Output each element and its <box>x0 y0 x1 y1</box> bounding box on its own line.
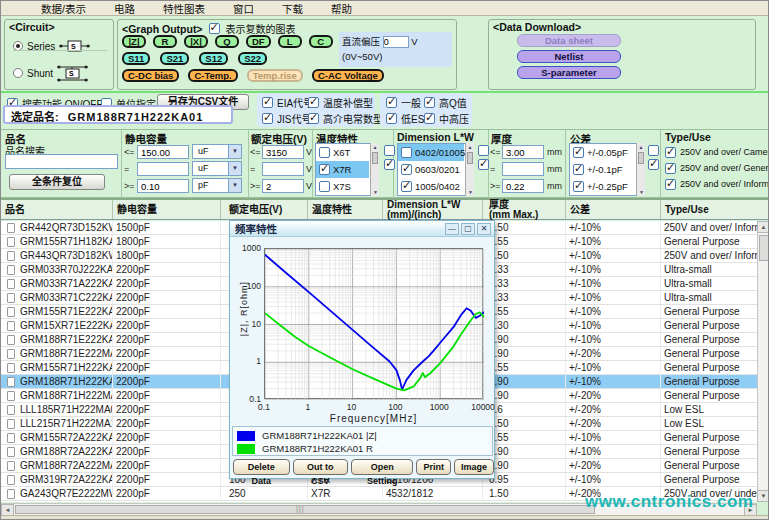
checkbox[interactable] <box>319 164 330 175</box>
graph-param-button[interactable]: |Z| <box>122 35 146 48</box>
select-all-checkbox[interactable] <box>478 159 489 170</box>
chevron-down-icon[interactable]: ▼ <box>228 179 241 192</box>
high-k-checkbox[interactable] <box>308 113 319 124</box>
select-none-checkbox[interactable] <box>478 145 489 156</box>
checkbox[interactable] <box>401 164 412 175</box>
download-button[interactable]: S-parameter <box>517 66 621 79</box>
high-k-item[interactable]: 高介电常数型 <box>308 111 383 126</box>
checkbox[interactable] <box>573 181 584 192</box>
thick-le-input[interactable] <box>502 145 544 159</box>
graph-param-button[interactable]: L <box>278 35 302 48</box>
close-button[interactable]: ✕ <box>477 223 491 235</box>
eia-item[interactable]: EIA代号 <box>262 95 313 110</box>
graph-param-button[interactable]: DF <box>246 35 271 48</box>
cap-eq-unit-select[interactable]: uF▼ <box>192 161 242 176</box>
sparam-button[interactable]: S21 <box>160 52 189 65</box>
graph-param-button[interactable]: Q <box>215 35 239 48</box>
part-name-search-input[interactable] <box>5 154 118 169</box>
graph-param-button[interactable]: R <box>153 35 177 48</box>
select-all-checkbox[interactable] <box>384 159 395 170</box>
column-header[interactable]: 静电容量 <box>113 200 221 219</box>
column-header[interactable]: 温度特性 <box>308 200 383 219</box>
menu-item[interactable]: 帮助 <box>317 1 366 16</box>
jis-checkbox[interactable] <box>262 113 273 124</box>
shunt-radio[interactable] <box>13 68 23 78</box>
show-multiple-graphs-checkbox[interactable] <box>209 23 220 34</box>
select-none-checkbox[interactable] <box>648 145 659 156</box>
tolerance-option[interactable]: +/-0.1pF <box>570 161 635 178</box>
eia-checkbox[interactable] <box>262 97 273 108</box>
type-use-option[interactable]: 250V and over/ Informat <box>665 176 769 192</box>
high-q-item[interactable]: 高Q值 <box>424 95 467 110</box>
high-q-checkbox[interactable] <box>424 97 435 108</box>
scroll-down-icon[interactable]: ▼ <box>757 490 769 502</box>
minimize-button[interactable]: — <box>445 223 459 235</box>
volt-le-input[interactable] <box>262 145 304 159</box>
graph-param-button[interactable]: |X| <box>184 35 208 48</box>
type-use-option[interactable]: 250V and over/ General <box>665 160 769 176</box>
checkbox[interactable] <box>573 147 584 158</box>
low-esl-checkbox[interactable] <box>386 113 397 124</box>
popup-title-bar[interactable]: 频率特性 —▢✕ <box>230 221 494 237</box>
popup-button[interactable]: Open Setting <box>351 459 414 475</box>
select-all-checkbox[interactable] <box>648 159 659 170</box>
sparam-button[interactable]: S11 <box>122 52 150 65</box>
column-header[interactable]: 额定电压(V) <box>221 200 308 219</box>
popup-button[interactable]: Delete Data <box>233 459 290 475</box>
scroll-up-icon[interactable]: ▲ <box>757 221 769 233</box>
checkbox[interactable] <box>401 147 412 158</box>
column-header[interactable]: 公差 <box>566 200 661 219</box>
temp-char-option[interactable]: X7S <box>316 178 369 195</box>
checkbox[interactable] <box>573 164 584 175</box>
table-vertical-scrollbar[interactable]: ▲ ▼ <box>757 221 769 502</box>
cap-le-unit-select[interactable]: uF▼ <box>192 144 242 159</box>
menu-item[interactable]: 数据/表示 <box>27 1 100 16</box>
select-none-checkbox[interactable] <box>384 145 395 156</box>
checkbox[interactable] <box>665 163 676 174</box>
checkbox[interactable] <box>665 179 676 190</box>
menu-item[interactable]: 电路 <box>100 1 149 16</box>
menu-item[interactable]: 窗口 <box>219 1 268 16</box>
checkbox[interactable] <box>319 147 330 158</box>
cap-eq-input[interactable] <box>137 162 189 176</box>
volt-ge-input[interactable] <box>262 179 304 193</box>
temp-comp-item[interactable]: 温度补偿型 <box>308 95 373 110</box>
column-header[interactable]: Dimension L*W (mm)/(inch) <box>383 200 483 219</box>
menu-item[interactable]: 特性图表 <box>149 1 219 16</box>
condition-button[interactable]: C-DC bias <box>122 69 179 82</box>
temp-comp-checkbox[interactable] <box>308 97 319 108</box>
dimension-scrollbar[interactable]: ▲▼ <box>465 143 474 196</box>
vertical-scroll-thumb[interactable] <box>759 235 769 261</box>
reset-all-conditions-button[interactable]: 全条件复位 <box>9 174 105 190</box>
volt-eq-input[interactable] <box>262 162 304 176</box>
tolerance-option[interactable]: +/-0.25pF <box>570 178 635 195</box>
popup-button[interactable]: Print <box>416 459 451 475</box>
dimension-option[interactable]: 0402/01005 <box>398 144 464 161</box>
popup-button[interactable]: Out to CSV <box>293 459 348 475</box>
temp-char-option[interactable]: X6T <box>316 144 369 161</box>
dimension-option[interactable]: 0603/0201 <box>398 161 464 178</box>
shunt-radio-row[interactable]: Shunt S <box>13 63 89 83</box>
thick-eq-input[interactable] <box>502 162 544 176</box>
chevron-down-icon[interactable]: ▼ <box>228 162 241 175</box>
sparam-button[interactable]: S22 <box>238 52 267 65</box>
chevron-down-icon[interactable]: ▼ <box>228 145 241 158</box>
checkbox[interactable] <box>665 147 676 158</box>
condition-button[interactable]: C-AC Voltage <box>312 69 384 82</box>
cap-ge-input[interactable] <box>137 179 189 193</box>
tolerance-scrollbar[interactable]: ▲▼ <box>636 143 645 196</box>
mid-high-v-item[interactable]: 中高压 <box>424 111 469 126</box>
download-button[interactable]: Netlist <box>517 50 621 63</box>
series-radio-row[interactable]: Series S <box>13 38 91 54</box>
type-use-option[interactable]: 250V and over/ Camera <box>665 144 769 160</box>
sparam-button[interactable]: S12 <box>199 52 228 65</box>
mid-high-v-checkbox[interactable] <box>424 113 435 124</box>
condition-button[interactable]: C-Temp. <box>188 69 237 82</box>
dc-bias-input[interactable] <box>383 36 409 48</box>
horizontal-scroll-thumb[interactable] <box>15 505 595 514</box>
general-item[interactable]: 一般 <box>386 95 421 110</box>
maximize-button[interactable]: ▢ <box>461 223 475 235</box>
dimension-option[interactable]: 1005/0402 <box>398 178 464 195</box>
general-checkbox[interactable] <box>386 97 397 108</box>
menu-item[interactable]: 下载 <box>268 1 317 16</box>
